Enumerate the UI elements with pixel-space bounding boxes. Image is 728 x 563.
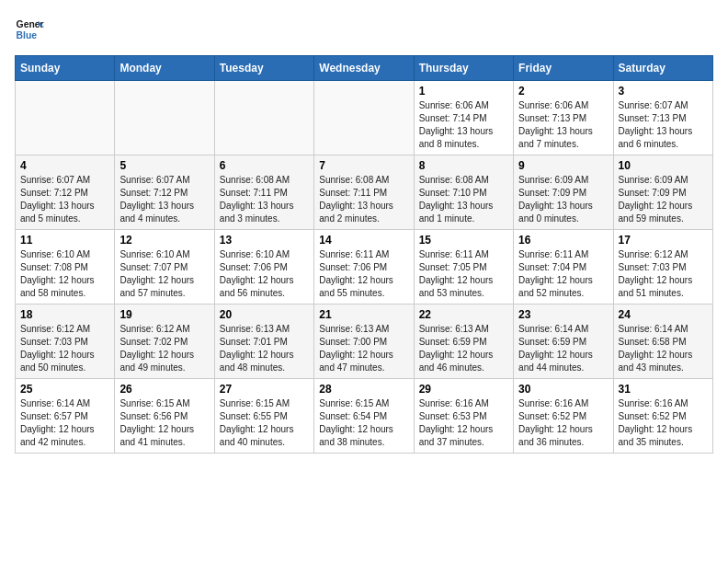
calendar-week-row: 18Sunrise: 6:12 AM Sunset: 7:03 PM Dayli…: [16, 304, 713, 379]
day-info: Sunrise: 6:08 AM Sunset: 7:10 PM Dayligh…: [419, 174, 508, 225]
calendar-day-cell: 20Sunrise: 6:13 AM Sunset: 7:01 PM Dayli…: [214, 304, 313, 379]
day-of-week-header: Friday: [514, 56, 613, 81]
calendar-day-cell: 10Sunrise: 6:09 AM Sunset: 7:09 PM Dayli…: [613, 155, 712, 230]
day-number: 30: [518, 383, 608, 396]
calendar-day-cell: 12Sunrise: 6:10 AM Sunset: 7:07 PM Dayli…: [115, 230, 214, 304]
day-number: 15: [419, 234, 508, 247]
day-number: 18: [20, 308, 109, 321]
calendar-day-cell: 27Sunrise: 6:15 AM Sunset: 6:55 PM Dayli…: [214, 379, 313, 454]
calendar-day-cell: 4Sunrise: 6:07 AM Sunset: 7:12 PM Daylig…: [16, 155, 115, 230]
calendar-day-cell: 18Sunrise: 6:12 AM Sunset: 7:03 PM Dayli…: [16, 304, 115, 379]
day-number: 17: [619, 234, 708, 247]
calendar-day-cell: 14Sunrise: 6:11 AM Sunset: 7:06 PM Dayli…: [314, 230, 414, 304]
day-of-week-header: Saturday: [613, 56, 712, 81]
day-info: Sunrise: 6:16 AM Sunset: 6:52 PM Dayligh…: [518, 397, 608, 449]
day-info: Sunrise: 6:14 AM Sunset: 6:57 PM Dayligh…: [20, 397, 109, 449]
day-info: Sunrise: 6:07 AM Sunset: 7:12 PM Dayligh…: [20, 174, 109, 225]
calendar-day-cell: [115, 81, 214, 155]
calendar-day-cell: [314, 81, 414, 155]
day-info: Sunrise: 6:13 AM Sunset: 7:01 PM Dayligh…: [220, 323, 309, 374]
header-row: SundayMondayTuesdayWednesdayThursdayFrid…: [16, 56, 713, 81]
day-number: 19: [119, 308, 209, 321]
day-of-week-header: Thursday: [414, 56, 513, 81]
calendar-day-cell: 17Sunrise: 6:12 AM Sunset: 7:03 PM Dayli…: [613, 230, 712, 304]
day-info: Sunrise: 6:09 AM Sunset: 7:09 PM Dayligh…: [518, 174, 608, 225]
day-number: 5: [119, 159, 209, 172]
day-info: Sunrise: 6:10 AM Sunset: 7:07 PM Dayligh…: [119, 248, 209, 300]
day-number: 8: [419, 159, 508, 172]
day-info: Sunrise: 6:11 AM Sunset: 7:05 PM Dayligh…: [419, 248, 508, 300]
day-info: Sunrise: 6:15 AM Sunset: 6:56 PM Dayligh…: [119, 397, 209, 449]
day-info: Sunrise: 6:11 AM Sunset: 7:06 PM Dayligh…: [319, 248, 408, 300]
logo-icon: General Blue: [15, 15, 44, 44]
calendar-day-cell: 22Sunrise: 6:13 AM Sunset: 6:59 PM Dayli…: [414, 304, 513, 379]
day-number: 14: [319, 234, 408, 247]
day-number: 6: [220, 159, 309, 172]
day-number: 28: [319, 383, 408, 396]
calendar-day-cell: 26Sunrise: 6:15 AM Sunset: 6:56 PM Dayli…: [115, 379, 214, 454]
day-number: 10: [619, 159, 708, 172]
calendar-day-cell: 15Sunrise: 6:11 AM Sunset: 7:05 PM Dayli…: [414, 230, 513, 304]
day-number: 1: [419, 85, 508, 98]
day-info: Sunrise: 6:16 AM Sunset: 6:52 PM Dayligh…: [619, 397, 708, 449]
calendar-table: SundayMondayTuesdayWednesdayThursdayFrid…: [15, 55, 713, 454]
day-number: 7: [319, 159, 408, 172]
calendar-day-cell: 11Sunrise: 6:10 AM Sunset: 7:08 PM Dayli…: [16, 230, 115, 304]
day-info: Sunrise: 6:12 AM Sunset: 7:03 PM Dayligh…: [20, 323, 109, 374]
day-info: Sunrise: 6:15 AM Sunset: 6:55 PM Dayligh…: [220, 397, 309, 449]
day-info: Sunrise: 6:07 AM Sunset: 7:13 PM Dayligh…: [619, 99, 708, 151]
calendar-week-row: 4Sunrise: 6:07 AM Sunset: 7:12 PM Daylig…: [16, 155, 713, 230]
day-info: Sunrise: 6:12 AM Sunset: 7:02 PM Dayligh…: [119, 323, 209, 374]
day-number: 22: [419, 308, 508, 321]
day-info: Sunrise: 6:06 AM Sunset: 7:13 PM Dayligh…: [518, 99, 608, 151]
day-info: Sunrise: 6:15 AM Sunset: 6:54 PM Dayligh…: [319, 397, 408, 449]
day-of-week-header: Monday: [115, 56, 214, 81]
calendar-day-cell: 29Sunrise: 6:16 AM Sunset: 6:53 PM Dayli…: [414, 379, 513, 454]
calendar-header: General Blue: [15, 15, 713, 44]
day-number: 27: [220, 383, 309, 396]
calendar-day-cell: [214, 81, 313, 155]
calendar-day-cell: 25Sunrise: 6:14 AM Sunset: 6:57 PM Dayli…: [16, 379, 115, 454]
day-number: 25: [20, 383, 109, 396]
day-number: 11: [20, 234, 109, 247]
calendar-day-cell: 13Sunrise: 6:10 AM Sunset: 7:06 PM Dayli…: [214, 230, 313, 304]
calendar-day-cell: [16, 81, 115, 155]
day-number: 21: [319, 308, 408, 321]
day-info: Sunrise: 6:11 AM Sunset: 7:04 PM Dayligh…: [518, 248, 608, 300]
calendar-day-cell: 21Sunrise: 6:13 AM Sunset: 7:00 PM Dayli…: [314, 304, 414, 379]
calendar-day-cell: 24Sunrise: 6:14 AM Sunset: 6:58 PM Dayli…: [613, 304, 712, 379]
day-info: Sunrise: 6:09 AM Sunset: 7:09 PM Dayligh…: [619, 174, 708, 225]
calendar-day-cell: 30Sunrise: 6:16 AM Sunset: 6:52 PM Dayli…: [514, 379, 613, 454]
calendar-day-cell: 5Sunrise: 6:07 AM Sunset: 7:12 PM Daylig…: [115, 155, 214, 230]
calendar-week-row: 1Sunrise: 6:06 AM Sunset: 7:14 PM Daylig…: [16, 81, 713, 155]
day-number: 12: [119, 234, 209, 247]
day-info: Sunrise: 6:12 AM Sunset: 7:03 PM Dayligh…: [619, 248, 708, 300]
day-info: Sunrise: 6:07 AM Sunset: 7:12 PM Dayligh…: [119, 174, 209, 225]
calendar-day-cell: 3Sunrise: 6:07 AM Sunset: 7:13 PM Daylig…: [613, 81, 712, 155]
day-number: 3: [619, 85, 708, 98]
day-info: Sunrise: 6:16 AM Sunset: 6:53 PM Dayligh…: [419, 397, 508, 449]
day-info: Sunrise: 6:14 AM Sunset: 6:58 PM Dayligh…: [619, 323, 708, 374]
calendar-day-cell: 7Sunrise: 6:08 AM Sunset: 7:11 PM Daylig…: [314, 155, 414, 230]
calendar-day-cell: 19Sunrise: 6:12 AM Sunset: 7:02 PM Dayli…: [115, 304, 214, 379]
calendar-week-row: 25Sunrise: 6:14 AM Sunset: 6:57 PM Dayli…: [16, 379, 713, 454]
day-number: 26: [119, 383, 209, 396]
day-number: 24: [619, 308, 708, 321]
day-info: Sunrise: 6:10 AM Sunset: 7:06 PM Dayligh…: [220, 248, 309, 300]
day-number: 29: [419, 383, 508, 396]
calendar-day-cell: 28Sunrise: 6:15 AM Sunset: 6:54 PM Dayli…: [314, 379, 414, 454]
calendar-day-cell: 31Sunrise: 6:16 AM Sunset: 6:52 PM Dayli…: [613, 379, 712, 454]
day-info: Sunrise: 6:14 AM Sunset: 6:59 PM Dayligh…: [518, 323, 608, 374]
day-number: 16: [518, 234, 608, 247]
day-of-week-header: Wednesday: [314, 56, 414, 81]
day-number: 9: [518, 159, 608, 172]
day-of-week-header: Tuesday: [214, 56, 313, 81]
calendar-day-cell: 8Sunrise: 6:08 AM Sunset: 7:10 PM Daylig…: [414, 155, 513, 230]
day-info: Sunrise: 6:13 AM Sunset: 6:59 PM Dayligh…: [419, 323, 508, 374]
day-number: 4: [20, 159, 109, 172]
day-number: 23: [518, 308, 608, 321]
day-info: Sunrise: 6:08 AM Sunset: 7:11 PM Dayligh…: [319, 174, 408, 225]
day-number: 2: [518, 85, 608, 98]
calendar-day-cell: 16Sunrise: 6:11 AM Sunset: 7:04 PM Dayli…: [514, 230, 613, 304]
day-info: Sunrise: 6:08 AM Sunset: 7:11 PM Dayligh…: [220, 174, 309, 225]
